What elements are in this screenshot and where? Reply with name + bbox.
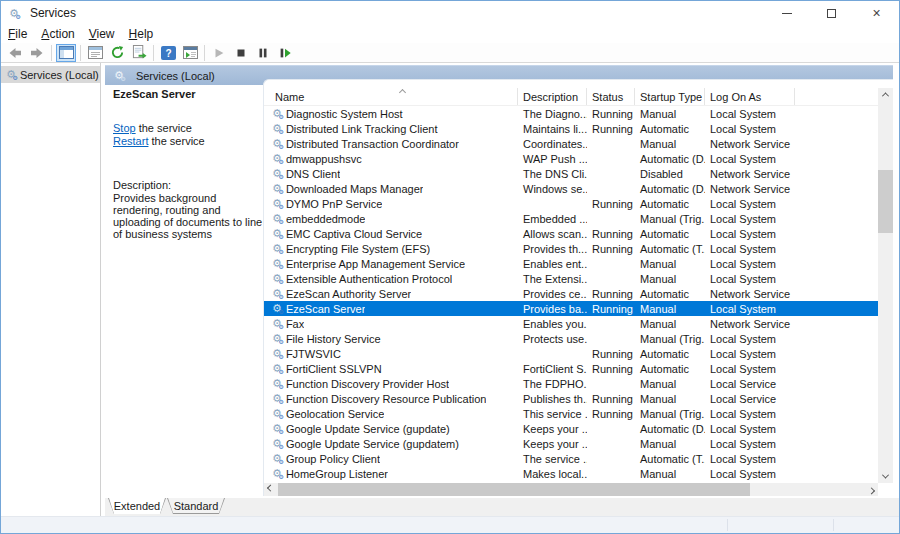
table-row[interactable]: ⚙Distributed Transaction Coordinator Coo… [264,136,878,151]
vertical-scrollbar[interactable] [878,88,893,483]
service-icon: ⚙ [272,363,282,374]
table-row[interactable]: ⚙Extensible Authentication Protocol The … [264,271,878,286]
service-status: Running [587,106,635,121]
service-startup-type: Automatic [635,286,705,301]
stop-service-link[interactable]: Stop [113,122,136,134]
service-name: Diagnostic System Host [286,108,403,120]
service-startup-type: Automatic [635,361,705,376]
service-log-on-as: Local Service [705,391,795,406]
column-header-startup-type[interactable]: Startup Type [635,88,705,105]
service-description [518,346,587,361]
table-row[interactable]: ⚙DYMO PnP Service Running Automatic Loca… [264,196,878,211]
help-icon[interactable]: ? [158,44,178,62]
forward-icon[interactable] [27,44,47,62]
table-row[interactable]: ⚙File History Service Protects use... Ma… [264,331,878,346]
table-row[interactable]: ⚙Function Discovery Provider Host The FD… [264,376,878,391]
service-icon: ⚙ [272,468,282,479]
service-status [587,181,635,196]
service-status [587,331,635,346]
service-name: FortiClient SSLVPN [286,363,382,375]
service-status [587,256,635,271]
table-row[interactable]: ⚙Google Update Service (gupdatem) Keeps … [264,436,878,451]
menu-file[interactable]: File [1,26,34,42]
stop-service-icon[interactable] [231,44,251,62]
table-row[interactable]: ⚙DNS Client The DNS Cli... Disabled Netw… [264,166,878,181]
service-status: Running [587,361,635,376]
service-startup-type: Manual [635,466,705,481]
service-startup-type: Manual [635,256,705,271]
service-icon: ⚙ [272,423,282,434]
table-row[interactable]: ⚙Encrypting File System (EFS) Provides t… [264,241,878,256]
tree-item-services-local[interactable]: ⚙ Services (Local) [1,66,100,83]
table-row[interactable]: ⚙Diagnostic System Host The Diagno... Ru… [264,106,878,121]
export-list-icon[interactable] [129,44,149,62]
table-row[interactable]: ⚙FJTWSVIC Running Automatic Local System [264,346,878,361]
restart-service-icon[interactable] [275,44,295,62]
table-row[interactable]: ⚙Geolocation Service This service ... Ru… [264,406,878,421]
service-startup-type: Manual [635,301,705,316]
service-log-on-as: Local System [705,211,795,226]
column-header-name[interactable]: Name [264,88,518,105]
service-description: Publishes th... [518,391,587,406]
menu-action[interactable]: Action [34,26,81,42]
table-row[interactable]: ⚙HomeGroup Listener Makes local... Manua… [264,466,878,481]
pause-service-icon[interactable] [253,44,273,62]
table-row[interactable]: ⚙EzeScan Authority Server Provides ce...… [264,286,878,301]
table-row[interactable]: ⚙embeddedmode Embedded ... Manual (Trig.… [264,211,878,226]
service-icon: ⚙ [272,198,282,209]
maximize-icon [827,9,836,18]
service-startup-type: Manual [635,106,705,121]
scroll-down-icon[interactable] [878,470,893,483]
scroll-right-icon[interactable] [865,483,878,496]
show-console-tree-icon[interactable] [56,44,76,62]
toolbar-separator [153,45,154,61]
scroll-up-icon[interactable] [878,88,893,101]
restart-service-link[interactable]: Restart [113,135,148,147]
service-name: DNS Client [286,168,340,180]
back-icon[interactable] [5,44,25,62]
table-row[interactable]: ⚙EMC Captiva Cloud Service Allows scan..… [264,226,878,241]
service-startup-type: Manual [635,271,705,286]
column-header-filler [795,88,878,105]
service-icon: ⚙ [272,393,282,404]
table-row[interactable]: ⚙Group Policy Client The service ... Aut… [264,451,878,466]
menu-view[interactable]: View [82,26,122,42]
table-row[interactable]: ⚙Function Discovery Resource Publication… [264,391,878,406]
service-log-on-as: Local System [705,346,795,361]
service-icon: ⚙ [272,153,282,164]
table-row[interactable]: ⚙Downloaded Maps Manager Windows se... A… [264,181,878,196]
horizontal-scrollbar[interactable] [264,483,878,496]
table-row[interactable]: ⚙EzeScan Server Provides ba... Running M… [264,301,878,316]
service-startup-type: Manual [635,436,705,451]
properties-icon[interactable] [85,44,105,62]
menu-help[interactable]: Help [122,26,161,42]
vertical-scroll-thumb[interactable] [878,170,893,233]
scroll-left-icon[interactable] [264,483,277,496]
start-service-icon[interactable] [209,44,229,62]
column-header-status[interactable]: Status [587,88,635,105]
column-header-description[interactable]: Description [518,88,587,105]
extended-view-icon[interactable] [180,44,200,62]
table-row[interactable]: ⚙FortiClient SSLVPN FortiClient S... Run… [264,361,878,376]
table-row[interactable]: ⚙Enterprise App Management Service Enabl… [264,256,878,271]
service-description: Provides ce... [518,286,587,301]
service-status [587,421,635,436]
minimize-button[interactable] [764,1,809,25]
service-status [587,466,635,481]
table-row[interactable]: ⚙dmwappushsvc WAP Push ... Automatic (D.… [264,151,878,166]
table-row[interactable]: ⚙Distributed Link Tracking Client Mainta… [264,121,878,136]
table-row[interactable]: ⚙Google Update Service (gupdate) Keeps y… [264,421,878,436]
maximize-button[interactable] [809,1,854,25]
service-log-on-as: Network Service [705,136,795,151]
column-header-log-on-as[interactable]: Log On As [705,88,795,105]
tab-standard[interactable]: Standard [167,498,225,514]
refresh-icon[interactable] [107,44,127,62]
horizontal-scroll-thumb[interactable] [278,483,750,496]
service-name: EMC Captiva Cloud Service [286,228,422,240]
service-startup-type: Manual [635,136,705,151]
service-icon: ⚙ [272,183,282,194]
close-button[interactable]: × [854,1,899,25]
toolbar: ? [1,43,899,63]
table-row[interactable]: ⚙Fax Enables you... Manual Network Servi… [264,316,878,331]
tab-extended[interactable]: Extended [108,498,166,514]
